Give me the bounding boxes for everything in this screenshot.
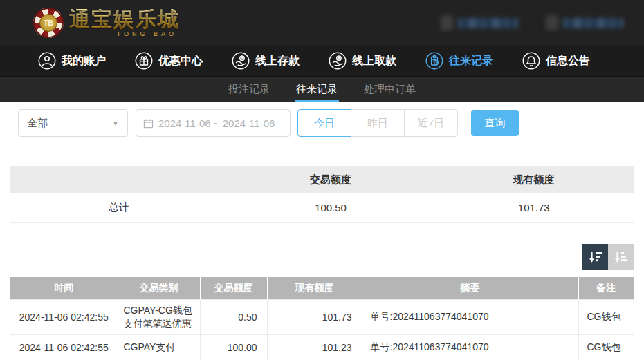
user-info-blurred-1[interactable] (441, 15, 518, 30)
withdraw-icon (329, 52, 347, 70)
nav-item-online-withdraw[interactable]: 线上取款 (329, 52, 396, 70)
records-icon (425, 52, 443, 70)
table-row: 2024-11-06 02:42:55 CGPAY-CG钱包支付笔笔送优惠 0.… (10, 300, 634, 335)
nav-item-online-deposit[interactable]: 线上存款 (232, 52, 300, 70)
bell-icon (522, 52, 540, 70)
today-button[interactable]: 今日 (297, 109, 351, 137)
brand-subtitle: TONG BAO (69, 31, 180, 37)
nav-label: 线上取款 (352, 54, 396, 68)
nav-item-announcements[interactable]: 信息公告 (522, 52, 590, 70)
type-select-value: 全部 (27, 117, 48, 130)
last7days-button[interactable]: 近7日 (404, 109, 458, 137)
records-header-row: 时间 交易类别 交易额度 现有额度 摘要 备注 (10, 277, 634, 300)
record-tabs: 投注记录 往来记录 处理中订单 (0, 76, 644, 102)
brand-text: 通宝娱乐城 TONG BAO (69, 9, 180, 37)
summary-header-row: 交易额度 现有额度 (10, 166, 634, 193)
nav-label: 线上存款 (255, 54, 300, 68)
nav-label: 信息公告 (546, 54, 590, 68)
summary-col-transaction-amount: 交易额度 (228, 166, 434, 193)
sort-ascending-button[interactable] (608, 244, 634, 270)
col-summary: 摘要 (362, 277, 578, 300)
main-navigation: 我的账户 优惠中心 线上存款 线上取款 往来记录 (0, 46, 644, 76)
sort-descending-button[interactable] (582, 244, 608, 270)
cell-note: CG钱包 (578, 300, 634, 335)
filter-bar: 全部 ▼ 2024-11-06 ~ 2024-11-06 今日 昨日 近7日 查… (0, 102, 644, 137)
gift-icon (135, 52, 153, 70)
tab-bet-records[interactable]: 投注记录 (227, 77, 271, 102)
tab-processing-orders[interactable]: 处理中订单 (362, 77, 417, 102)
cell-amount: 100.00 (200, 334, 267, 360)
chevron-down-icon: ▼ (112, 120, 119, 127)
cell-balance: 101.23 (267, 334, 362, 360)
date-range-input[interactable]: 2024-11-06 ~ 2024-11-06 (136, 109, 291, 137)
cell-summary: 单号:202411063774041070 (362, 300, 578, 335)
cell-type: CGPAY-CG钱包支付笔笔送优惠 (118, 300, 200, 335)
user-blur-text-2 (562, 18, 623, 28)
nav-label: 优惠中心 (158, 54, 203, 68)
cell-summary: 单号:202411063774041070 (362, 334, 578, 360)
table-row: 2024-11-06 02:42:55 CGPAY支付 100.00 101.2… (10, 334, 634, 360)
top-header: TB 通宝娱乐城 TONG BAO (0, 0, 644, 46)
summary-total-label: 总计 (10, 193, 228, 222)
summary-table: 交易额度 现有额度 总计 100.50 101.73 (10, 166, 634, 223)
user-blur-text-1 (457, 18, 518, 28)
summary-total-balance: 101.73 (434, 193, 634, 222)
date-range-value: 2024-11-06 ~ 2024-11-06 (158, 117, 275, 129)
nav-item-transaction-records[interactable]: 往来记录 (425, 52, 493, 70)
cell-time: 2024-11-06 02:42:55 (10, 334, 118, 360)
cell-note: CG钱包 (578, 334, 634, 360)
quick-date-group: 今日 昨日 近7日 (297, 109, 458, 137)
col-time: 时间 (10, 277, 118, 300)
filter-separator (0, 146, 644, 146)
yesterday-button[interactable]: 昨日 (351, 109, 405, 137)
col-transaction-amount: 交易额度 (200, 277, 267, 300)
col-transaction-type: 交易类别 (118, 277, 200, 300)
calendar-icon (143, 118, 154, 129)
sort-toolbar (10, 244, 634, 270)
records-table: 时间 交易类别 交易额度 现有额度 摘要 备注 2024-11-06 02:42… (10, 277, 634, 360)
nav-item-promotions[interactable]: 优惠中心 (135, 52, 203, 70)
brand-logo[interactable]: TB 通宝娱乐城 TONG BAO (33, 8, 180, 38)
tab-transaction-records[interactable]: 往来记录 (295, 77, 339, 102)
user-info-blurred-2[interactable] (546, 15, 623, 30)
col-note: 备注 (578, 277, 634, 300)
col-current-balance: 现有额度 (267, 277, 362, 300)
cell-amount: 0.50 (200, 300, 267, 335)
summary-col-current-balance: 现有额度 (434, 166, 634, 193)
query-button[interactable]: 查询 (471, 110, 519, 136)
user-icon (38, 52, 56, 70)
deposit-icon (232, 52, 250, 70)
cell-type: CGPAY支付 (118, 334, 200, 360)
cell-balance: 101.73 (267, 300, 362, 335)
summary-total-row: 总计 100.50 101.73 (10, 193, 634, 222)
summary-total-amount: 100.50 (228, 193, 434, 222)
summary-col-empty (10, 166, 228, 193)
sort-descending-icon (588, 249, 603, 265)
casino-chip-icon: TB (33, 8, 64, 38)
nav-label: 我的账户 (62, 54, 106, 68)
sort-ascending-icon (614, 249, 629, 265)
user-area (441, 15, 623, 30)
cell-time: 2024-11-06 02:42:55 (10, 300, 118, 335)
nav-item-my-account[interactable]: 我的账户 (38, 52, 106, 70)
brand-title: 通宝娱乐城 (69, 9, 180, 30)
nav-label: 往来记录 (449, 54, 493, 68)
user-blur-icon-1 (441, 15, 453, 30)
chip-label: TB (39, 14, 57, 32)
user-blur-icon-2 (546, 15, 558, 30)
type-select[interactable]: 全部 ▼ (18, 109, 128, 137)
